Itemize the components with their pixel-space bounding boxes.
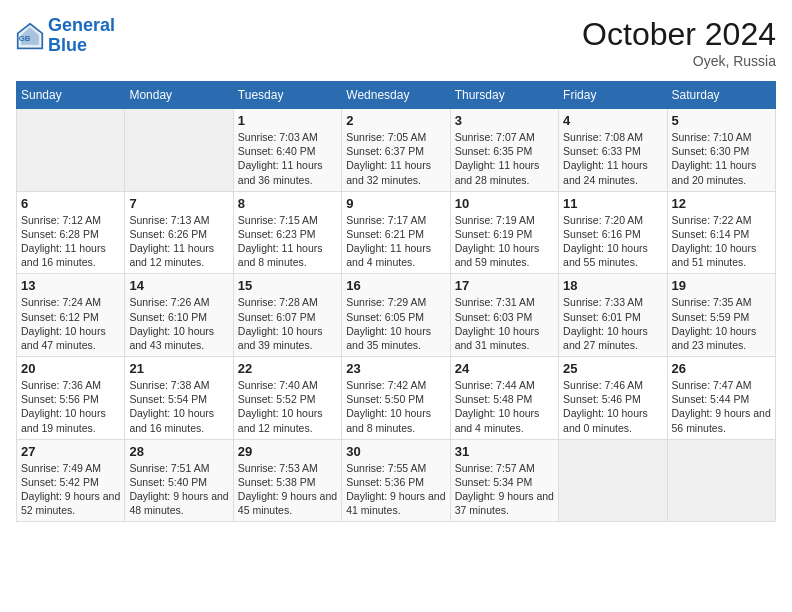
calendar-cell: 30Sunrise: 7:55 AMSunset: 5:36 PMDayligh… (342, 439, 450, 522)
calendar-cell: 13Sunrise: 7:24 AMSunset: 6:12 PMDayligh… (17, 274, 125, 357)
calendar-cell: 24Sunrise: 7:44 AMSunset: 5:48 PMDayligh… (450, 357, 558, 440)
day-number: 24 (455, 361, 554, 376)
day-detail: Sunrise: 7:29 AMSunset: 6:05 PMDaylight:… (346, 295, 445, 352)
calendar-table: SundayMondayTuesdayWednesdayThursdayFrid… (16, 81, 776, 522)
calendar-cell: 21Sunrise: 7:38 AMSunset: 5:54 PMDayligh… (125, 357, 233, 440)
calendar-cell: 1Sunrise: 7:03 AMSunset: 6:40 PMDaylight… (233, 109, 341, 192)
day-number: 17 (455, 278, 554, 293)
day-number: 30 (346, 444, 445, 459)
day-number: 2 (346, 113, 445, 128)
calendar-cell: 29Sunrise: 7:53 AMSunset: 5:38 PMDayligh… (233, 439, 341, 522)
logo-icon: GB (16, 22, 44, 50)
day-number: 26 (672, 361, 771, 376)
calendar-cell: 27Sunrise: 7:49 AMSunset: 5:42 PMDayligh… (17, 439, 125, 522)
day-detail: Sunrise: 7:28 AMSunset: 6:07 PMDaylight:… (238, 295, 337, 352)
day-number: 13 (21, 278, 120, 293)
month-title: October 2024 (582, 16, 776, 53)
day-detail: Sunrise: 7:15 AMSunset: 6:23 PMDaylight:… (238, 213, 337, 270)
calendar-cell: 11Sunrise: 7:20 AMSunset: 6:16 PMDayligh… (559, 191, 667, 274)
day-number: 8 (238, 196, 337, 211)
day-number: 18 (563, 278, 662, 293)
day-detail: Sunrise: 7:24 AMSunset: 6:12 PMDaylight:… (21, 295, 120, 352)
day-detail: Sunrise: 7:31 AMSunset: 6:03 PMDaylight:… (455, 295, 554, 352)
day-number: 27 (21, 444, 120, 459)
day-detail: Sunrise: 7:13 AMSunset: 6:26 PMDaylight:… (129, 213, 228, 270)
weekday-header-tuesday: Tuesday (233, 82, 341, 109)
day-number: 31 (455, 444, 554, 459)
day-detail: Sunrise: 7:53 AMSunset: 5:38 PMDaylight:… (238, 461, 337, 518)
day-number: 12 (672, 196, 771, 211)
calendar-cell: 10Sunrise: 7:19 AMSunset: 6:19 PMDayligh… (450, 191, 558, 274)
weekday-header-thursday: Thursday (450, 82, 558, 109)
day-detail: Sunrise: 7:46 AMSunset: 5:46 PMDaylight:… (563, 378, 662, 435)
day-detail: Sunrise: 7:33 AMSunset: 6:01 PMDaylight:… (563, 295, 662, 352)
calendar-cell: 14Sunrise: 7:26 AMSunset: 6:10 PMDayligh… (125, 274, 233, 357)
day-detail: Sunrise: 7:57 AMSunset: 5:34 PMDaylight:… (455, 461, 554, 518)
day-detail: Sunrise: 7:12 AMSunset: 6:28 PMDaylight:… (21, 213, 120, 270)
day-number: 15 (238, 278, 337, 293)
day-number: 11 (563, 196, 662, 211)
logo: GB General Blue (16, 16, 115, 56)
day-detail: Sunrise: 7:03 AMSunset: 6:40 PMDaylight:… (238, 130, 337, 187)
calendar-cell: 3Sunrise: 7:07 AMSunset: 6:35 PMDaylight… (450, 109, 558, 192)
day-detail: Sunrise: 7:08 AMSunset: 6:33 PMDaylight:… (563, 130, 662, 187)
week-row-5: 27Sunrise: 7:49 AMSunset: 5:42 PMDayligh… (17, 439, 776, 522)
day-number: 21 (129, 361, 228, 376)
day-number: 16 (346, 278, 445, 293)
week-row-2: 6Sunrise: 7:12 AMSunset: 6:28 PMDaylight… (17, 191, 776, 274)
day-number: 1 (238, 113, 337, 128)
calendar-cell (559, 439, 667, 522)
day-number: 23 (346, 361, 445, 376)
day-detail: Sunrise: 7:10 AMSunset: 6:30 PMDaylight:… (672, 130, 771, 187)
logo-subtext: Blue (48, 36, 115, 56)
day-number: 19 (672, 278, 771, 293)
calendar-cell (125, 109, 233, 192)
day-detail: Sunrise: 7:44 AMSunset: 5:48 PMDaylight:… (455, 378, 554, 435)
calendar-cell: 2Sunrise: 7:05 AMSunset: 6:37 PMDaylight… (342, 109, 450, 192)
day-detail: Sunrise: 7:49 AMSunset: 5:42 PMDaylight:… (21, 461, 120, 518)
day-number: 6 (21, 196, 120, 211)
svg-text:GB: GB (19, 34, 31, 43)
day-detail: Sunrise: 7:51 AMSunset: 5:40 PMDaylight:… (129, 461, 228, 518)
calendar-cell (17, 109, 125, 192)
week-row-3: 13Sunrise: 7:24 AMSunset: 6:12 PMDayligh… (17, 274, 776, 357)
weekday-header-wednesday: Wednesday (342, 82, 450, 109)
day-detail: Sunrise: 7:22 AMSunset: 6:14 PMDaylight:… (672, 213, 771, 270)
calendar-cell: 20Sunrise: 7:36 AMSunset: 5:56 PMDayligh… (17, 357, 125, 440)
day-number: 25 (563, 361, 662, 376)
calendar-cell: 16Sunrise: 7:29 AMSunset: 6:05 PMDayligh… (342, 274, 450, 357)
day-detail: Sunrise: 7:55 AMSunset: 5:36 PMDaylight:… (346, 461, 445, 518)
day-number: 3 (455, 113, 554, 128)
day-detail: Sunrise: 7:36 AMSunset: 5:56 PMDaylight:… (21, 378, 120, 435)
calendar-cell: 4Sunrise: 7:08 AMSunset: 6:33 PMDaylight… (559, 109, 667, 192)
weekday-header-sunday: Sunday (17, 82, 125, 109)
day-number: 28 (129, 444, 228, 459)
day-detail: Sunrise: 7:35 AMSunset: 5:59 PMDaylight:… (672, 295, 771, 352)
calendar-cell: 17Sunrise: 7:31 AMSunset: 6:03 PMDayligh… (450, 274, 558, 357)
calendar-cell: 15Sunrise: 7:28 AMSunset: 6:07 PMDayligh… (233, 274, 341, 357)
weekday-header-friday: Friday (559, 82, 667, 109)
day-detail: Sunrise: 7:20 AMSunset: 6:16 PMDaylight:… (563, 213, 662, 270)
calendar-cell: 31Sunrise: 7:57 AMSunset: 5:34 PMDayligh… (450, 439, 558, 522)
day-number: 14 (129, 278, 228, 293)
calendar-cell: 19Sunrise: 7:35 AMSunset: 5:59 PMDayligh… (667, 274, 775, 357)
week-row-4: 20Sunrise: 7:36 AMSunset: 5:56 PMDayligh… (17, 357, 776, 440)
day-detail: Sunrise: 7:05 AMSunset: 6:37 PMDaylight:… (346, 130, 445, 187)
calendar-cell: 12Sunrise: 7:22 AMSunset: 6:14 PMDayligh… (667, 191, 775, 274)
calendar-cell: 28Sunrise: 7:51 AMSunset: 5:40 PMDayligh… (125, 439, 233, 522)
weekday-header-monday: Monday (125, 82, 233, 109)
day-number: 10 (455, 196, 554, 211)
day-detail: Sunrise: 7:47 AMSunset: 5:44 PMDaylight:… (672, 378, 771, 435)
calendar-cell: 26Sunrise: 7:47 AMSunset: 5:44 PMDayligh… (667, 357, 775, 440)
day-detail: Sunrise: 7:38 AMSunset: 5:54 PMDaylight:… (129, 378, 228, 435)
day-detail: Sunrise: 7:40 AMSunset: 5:52 PMDaylight:… (238, 378, 337, 435)
day-number: 20 (21, 361, 120, 376)
week-row-1: 1Sunrise: 7:03 AMSunset: 6:40 PMDaylight… (17, 109, 776, 192)
calendar-cell: 18Sunrise: 7:33 AMSunset: 6:01 PMDayligh… (559, 274, 667, 357)
day-number: 4 (563, 113, 662, 128)
day-number: 22 (238, 361, 337, 376)
day-number: 29 (238, 444, 337, 459)
weekday-header-saturday: Saturday (667, 82, 775, 109)
title-block: October 2024 Oyek, Russia (582, 16, 776, 69)
day-number: 7 (129, 196, 228, 211)
